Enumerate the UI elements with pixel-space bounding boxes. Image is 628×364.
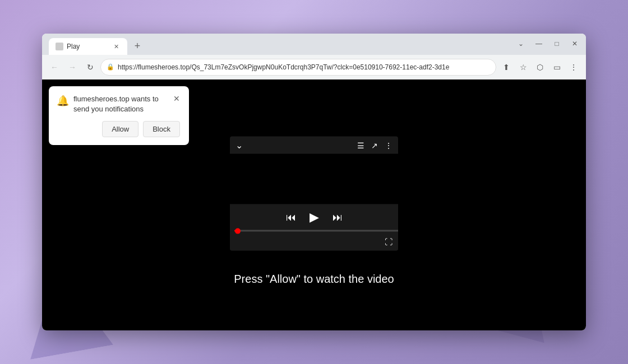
popup-title: flumesheroes.top wants to send you notif…	[73, 94, 171, 114]
page-content: ..ced stu.. ⌄ ☰ ↗ ⋮ ⏮ ▶ ⏭	[42, 80, 586, 330]
maximize-button[interactable]: □	[552, 39, 561, 48]
player-footer: ⛶	[230, 235, 398, 251]
bookmark-icon[interactable]: ☆	[515, 59, 531, 75]
toolbar-actions: ⬆ ☆ ⬡ ▭ ⋮	[498, 59, 581, 75]
popup-close-button[interactable]: ✕	[173, 94, 180, 103]
new-tab-button[interactable]: +	[130, 38, 145, 54]
menu-icon[interactable]: ⋮	[566, 59, 581, 75]
toolbar: ← → ↻ 🔒 https://flumesheroes.top/Qs_73Lm…	[42, 55, 586, 80]
play-button[interactable]: ▶	[310, 210, 319, 225]
tab-favicon	[56, 43, 63, 50]
address-bar[interactable]: 🔒 https://flumesheroes.top/Qs_73Lm7eZsvO…	[100, 59, 496, 76]
active-tab[interactable]: Play ✕	[49, 38, 127, 55]
chevron-down-icon[interactable]: ⌄	[516, 39, 525, 48]
share-icon[interactable]: ⬆	[498, 59, 514, 75]
url-text: https://flumesheroes.top/Qs_73Lm7eZsvOkP…	[118, 63, 490, 71]
notification-popup: 🔔 flumesheroes.top wants to send you not…	[49, 86, 189, 145]
forward-button[interactable]: →	[64, 59, 80, 75]
back-button[interactable]: ←	[47, 59, 62, 75]
collapse-icon[interactable]: ⌄	[236, 140, 243, 151]
window-controls: ⌄ — □ ✕	[516, 39, 579, 48]
fullscreen-button[interactable]: ⛶	[385, 237, 392, 246]
browser-window: Play ✕ + ⌄ — □ ✕ ← → ↻ 🔒 https://flumesh…	[42, 34, 586, 330]
popup-actions: Allow Block	[57, 121, 180, 137]
popup-title-area: 🔔 flumesheroes.top wants to send you not…	[57, 94, 171, 114]
refresh-button[interactable]: ↻	[82, 59, 98, 75]
tab-label: Play	[67, 43, 108, 50]
player-controls: ⏮ ▶ ⏭	[230, 204, 398, 230]
lock-icon: 🔒	[107, 63, 114, 71]
prev-track-button[interactable]: ⏮	[286, 211, 296, 223]
player-header-actions: ☰ ↗ ⋮	[357, 141, 392, 150]
popup-header: 🔔 flumesheroes.top wants to send you not…	[57, 94, 180, 114]
close-window-button[interactable]: ✕	[570, 39, 579, 48]
more-options-icon[interactable]: ⋮	[385, 141, 392, 150]
block-button[interactable]: Block	[143, 121, 180, 137]
progress-dot	[235, 228, 241, 234]
tab-close-button[interactable]: ✕	[112, 42, 121, 51]
share-player-icon[interactable]: ↗	[371, 141, 378, 150]
prompt-text: Press "Allow" to watch the video	[234, 273, 394, 286]
allow-button[interactable]: Allow	[102, 121, 138, 137]
extensions-icon[interactable]: ⬡	[532, 59, 548, 75]
tabs-area: Play ✕ +	[47, 38, 145, 55]
player-screen	[230, 154, 398, 204]
queue-icon[interactable]: ☰	[357, 141, 364, 150]
bell-icon: 🔔	[57, 95, 69, 107]
sidebar-icon[interactable]: ▭	[549, 59, 565, 75]
video-player[interactable]: ⌄ ☰ ↗ ⋮ ⏮ ▶ ⏭	[230, 137, 398, 251]
title-bar: Play ✕ + ⌄ — □ ✕	[42, 34, 586, 55]
player-header: ⌄ ☰ ↗ ⋮	[230, 137, 398, 154]
next-track-button[interactable]: ⏭	[333, 211, 343, 223]
minimize-button[interactable]: —	[534, 39, 543, 48]
progress-bar[interactable]	[234, 230, 398, 232]
